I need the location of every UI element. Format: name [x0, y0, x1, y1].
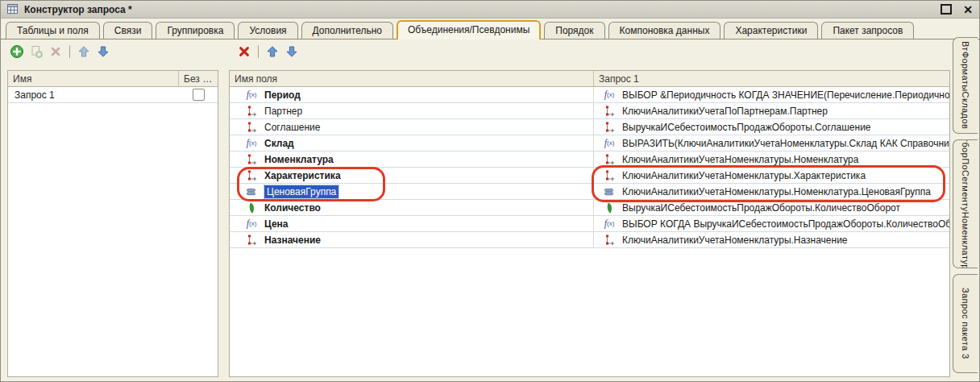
query-row[interactable]: Запрос 1	[8, 87, 218, 103]
field-name-cell[interactable]: f(x)Цена	[230, 216, 594, 231]
column-header-name[interactable]: Имя	[8, 71, 179, 86]
function-icon: f(x)	[243, 89, 260, 101]
field-name-cell[interactable]: Номенклатура	[230, 152, 594, 167]
query-builder-window: Конструктор запроса * ✕ Таблицы и поляСв…	[0, 0, 980, 382]
no-duplicates-checkbox[interactable]	[193, 89, 205, 101]
column-header-no-duplicates[interactable]: Без ду...	[179, 71, 218, 86]
field-value-cell[interactable]: КлючиАналитикиУчетаНоменклатуры.Назначен…	[594, 232, 949, 247]
field-name: Количество	[264, 202, 321, 214]
field-name: Цена	[264, 218, 289, 230]
field-icon	[600, 235, 618, 246]
fields-table-header: Имя поля Запрос 1	[230, 71, 949, 87]
field-icon	[243, 235, 260, 246]
close-button[interactable]: ✕	[963, 5, 973, 15]
tab-9[interactable]: Пакет запросов	[821, 22, 914, 39]
field-value-cell[interactable]: ВыручкаИСебестоимостьПродажОбороты.Согла…	[594, 119, 949, 135]
field-icon	[243, 106, 260, 117]
field-name-cell[interactable]: Количество	[230, 200, 594, 215]
field-name: Соглашение	[264, 122, 320, 133]
maximize-button[interactable]	[941, 4, 952, 15]
field-row[interactable]: НоменклатураКлючиАналитикиУчетаНоменклат…	[230, 152, 949, 168]
field-value-cell[interactable]: f(x)ВЫРАЗИТЬ(КлючиАналитикиУчетаНоменкла…	[594, 135, 949, 151]
tab-4[interactable]: Дополнительно	[301, 22, 393, 39]
move-down-button[interactable]	[284, 44, 300, 60]
queries-table-header: Имя Без ду...	[8, 71, 218, 87]
field-value-cell[interactable]: КлючиАналитикиУчетаНоменклатуры.Характер…	[594, 168, 949, 183]
field-icon	[243, 122, 260, 133]
function-icon: f(x)	[600, 137, 618, 149]
field-value-cell[interactable]: КлючиАналитикиУчетаПоПартнерам.Партнер	[594, 103, 949, 118]
field-value-cell[interactable]: ВыручкаИСебестоимостьПродажОбороты.Колич…	[594, 200, 949, 215]
move-down-button[interactable]	[95, 44, 111, 60]
tab-0[interactable]: Таблицы и поля	[6, 22, 100, 39]
field-row[interactable]: ЦеноваяГруппаКлючиАналитикиУчетаНоменкла…	[230, 184, 949, 200]
field-expression: ВыручкаИСебестоимостьПродажОбороты.Колич…	[622, 202, 900, 214]
field-expression: КлючиАналитикиУчетаНоменклатуры.Номенкла…	[622, 186, 931, 197]
field-name-cell[interactable]: f(x)Период	[230, 87, 594, 102]
delete-button[interactable]	[236, 44, 252, 60]
resource-icon	[600, 202, 618, 214]
field-expression: ВЫРАЗИТЬ(КлючиАналитикиУчетаНоменклатуры…	[622, 138, 949, 149]
function-icon: f(x)	[600, 89, 618, 101]
field-name-cell[interactable]: Назначение	[230, 232, 594, 247]
field-name-cell[interactable]: Партнер	[230, 103, 594, 118]
queries-toolbar	[9, 44, 111, 60]
field-expression: ВЫБОР КОГДА ВыручкаИСебестоимостьПродажО…	[622, 218, 949, 230]
field-row[interactable]: f(x)Периодf(x)ВЫБОР &Периодичность КОГДА…	[230, 87, 949, 103]
field-expression: КлючиАналитикиУчетаПоПартнерам.Партнер	[622, 106, 828, 117]
field-icon	[600, 170, 618, 181]
field-name-cell[interactable]: Характеристика	[230, 168, 594, 183]
side-tab-1[interactable]: ОтборПоСегментуНоменклатуры	[953, 139, 978, 268]
field-row[interactable]: СоглашениеВыручкаИСебестоимостьПродажОбо…	[230, 119, 949, 135]
field-row[interactable]: ПартнерКлючиАналитикиУчетаПоПартнерам.Па…	[230, 103, 949, 119]
copy-add-button	[28, 44, 44, 60]
move-up-button[interactable]	[264, 44, 280, 60]
field-icon	[600, 154, 618, 165]
field-expression: КлючиАналитикиУчетаНоменклатуры.Характер…	[622, 170, 866, 181]
field-value-cell[interactable]: КлючиАналитикиУчетаНоменклатуры.Номенкла…	[594, 184, 949, 199]
toolbar-separator	[258, 45, 259, 58]
field-expression: КлючиАналитикиУчетаНоменклатуры.Назначен…	[622, 235, 848, 246]
column-header-query1[interactable]: Запрос 1	[594, 71, 949, 86]
tab-1[interactable]: Связи	[103, 22, 153, 39]
field-name-cell[interactable]: f(x)Склад	[230, 135, 594, 151]
tab-6[interactable]: Порядок	[544, 22, 604, 39]
field-name-cell[interactable]: Соглашение	[230, 119, 594, 135]
field-name: Номенклатура	[264, 154, 334, 165]
tab-3[interactable]: Условия	[238, 22, 297, 39]
tab-2[interactable]: Группировка	[156, 22, 235, 39]
field-expression: ВЫБОР &Периодичность КОГДА ЗНАЧЕНИЕ(Пере…	[622, 89, 949, 101]
field-expression: КлючиАналитикиУчетаНоменклатуры.Номенкла…	[622, 154, 858, 165]
field-name-cell[interactable]: ЦеноваяГруппа	[230, 184, 594, 199]
field-icon	[600, 122, 618, 133]
side-tab-0[interactable]: ВтФорматыСкладов	[953, 37, 978, 134]
toolbar-separator	[69, 45, 70, 58]
field-icon	[243, 154, 260, 165]
tab-bar: Таблицы и поляСвязиГруппировкаУсловияДоп…	[1, 19, 979, 39]
field-row[interactable]: КоличествоВыручкаИСебестоимостьПродажОбо…	[230, 200, 949, 216]
window-title: Конструктор запроса *	[24, 4, 132, 15]
field-row[interactable]: НазначениеКлючиАналитикиУчетаНоменклатур…	[230, 232, 949, 248]
field-name: Период	[264, 89, 301, 101]
field-value-cell[interactable]: f(x)ВЫБОР КОГДА ВыручкаИСебестоимостьПро…	[594, 216, 949, 231]
field-value-cell[interactable]: f(x)ВЫБОР &Периодичность КОГДА ЗНАЧЕНИЕ(…	[594, 87, 949, 102]
column-header-field-name[interactable]: Имя поля	[230, 71, 594, 86]
field-value-cell[interactable]: КлючиАналитикиУчетаНоменклатуры.Номенкла…	[594, 152, 949, 167]
resource-icon	[243, 202, 260, 214]
field-row[interactable]: f(x)Складf(x)ВЫРАЗИТЬ(КлючиАналитикиУчет…	[230, 135, 949, 152]
fields-table: Имя поля Запрос 1 f(x)Периодf(x)ВЫБОР &П…	[229, 70, 950, 377]
titlebar: Конструктор запроса * ✕	[1, 1, 979, 19]
tab-5[interactable]: Объединения/Псевдонимы	[397, 20, 541, 39]
field-row[interactable]: ХарактеристикаКлючиАналитикиУчетаНоменкл…	[230, 168, 949, 184]
field-icon	[243, 170, 260, 181]
move-up-button	[76, 44, 92, 60]
no-duplicates-cell	[179, 87, 218, 102]
field-name: Характеристика	[264, 170, 341, 181]
content-area: Имя Без ду... Запрос 1 Имя поля Запрос 1…	[1, 39, 979, 381]
add-button[interactable]	[9, 44, 25, 60]
side-tab-2[interactable]: Запрос пакета 3	[953, 274, 978, 373]
query-name[interactable]: Запрос 1	[8, 87, 179, 102]
tab-7[interactable]: Компоновка данных	[608, 22, 721, 39]
field-row[interactable]: f(x)Ценаf(x)ВЫБОР КОГДА ВыручкаИСебестои…	[230, 216, 949, 232]
tab-8[interactable]: Характеристики	[724, 22, 818, 39]
